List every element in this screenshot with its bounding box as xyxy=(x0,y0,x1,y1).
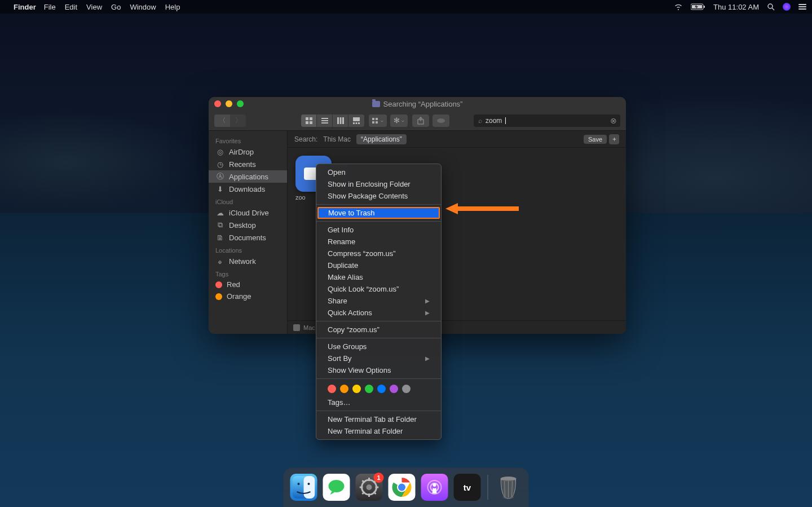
sidebar-tag-red[interactable]: Red xyxy=(209,279,287,290)
wifi-icon[interactable] xyxy=(674,3,683,10)
icon-view-button[interactable] xyxy=(301,114,317,127)
menu-edit[interactable]: Edit xyxy=(65,3,77,11)
ctx-terminal-tab[interactable]: New Terminal Tab at Folder xyxy=(316,413,441,425)
dock-system-preferences[interactable]: 1 xyxy=(356,474,383,501)
gallery-view-button[interactable] xyxy=(348,114,364,127)
ctx-show-enclosing[interactable]: Show in Enclosing Folder xyxy=(316,178,441,190)
sidebar-item-desktop[interactable]: ⧉Desktop xyxy=(209,219,287,231)
tag-yellow[interactable] xyxy=(352,385,361,393)
ctx-make-alias[interactable]: Make Alias xyxy=(316,271,441,283)
svg-rect-21 xyxy=(372,121,374,124)
dock: 1 tv xyxy=(284,468,529,507)
save-search-button[interactable]: Save xyxy=(584,135,607,144)
ctx-get-info[interactable]: Get Info xyxy=(316,224,441,236)
tag-gray[interactable] xyxy=(402,385,411,393)
submenu-arrow-icon: ▶ xyxy=(425,355,430,361)
list-view-button[interactable] xyxy=(317,114,333,127)
control-center-icon[interactable] xyxy=(798,4,806,10)
dock-chrome[interactable] xyxy=(389,474,416,501)
ctx-share[interactable]: Share▶ xyxy=(316,295,441,307)
ctx-sort-by[interactable]: Sort By▶ xyxy=(316,352,441,364)
tag-green[interactable] xyxy=(365,385,373,393)
ctx-copy[interactable]: Copy “zoom.us” xyxy=(316,324,441,336)
ctx-separator xyxy=(316,378,441,379)
path-segment[interactable]: Mac xyxy=(303,324,315,331)
menubar-clock[interactable]: Thu 11:02 AM xyxy=(713,3,759,11)
sidebar-tag-orange[interactable]: Orange xyxy=(209,290,287,302)
arrange-button[interactable]: ⌵ xyxy=(369,114,387,127)
dock-finder[interactable] xyxy=(290,474,317,501)
clear-search-icon[interactable]: ⊗ xyxy=(610,116,617,125)
nav-back-button[interactable]: 〈 xyxy=(214,114,230,127)
text-cursor xyxy=(505,117,506,124)
svg-rect-17 xyxy=(356,122,358,124)
add-criteria-button[interactable]: ＋ xyxy=(609,134,619,144)
ctx-separator xyxy=(316,411,441,411)
toolbar: 〈 〉 ⌵ ✻⌵ ⌕ zoom ⊗ xyxy=(209,111,626,131)
ctx-view-options[interactable]: Show View Options xyxy=(316,364,441,376)
window-title: Searching “Applications” xyxy=(209,100,626,108)
tags-button[interactable] xyxy=(433,114,449,127)
ctx-compress[interactable]: Compress “zoom.us” xyxy=(316,248,441,259)
submenu-arrow-icon: ▶ xyxy=(425,298,430,304)
siri-icon[interactable] xyxy=(783,3,791,11)
apps-icon: Ⓐ xyxy=(215,172,224,181)
titlebar[interactable]: Searching “Applications” xyxy=(209,97,626,111)
submenu-arrow-icon: ▶ xyxy=(425,310,430,316)
ctx-rename[interactable]: Rename xyxy=(316,236,441,248)
share-button[interactable] xyxy=(412,114,429,127)
ctx-use-groups[interactable]: Use Groups xyxy=(316,341,441,352)
dock-trash[interactable] xyxy=(495,474,522,501)
ctx-tags[interactable]: Tags… xyxy=(316,396,441,408)
scope-this-mac[interactable]: This Mac xyxy=(323,135,351,143)
sidebar-item-documents[interactable]: 🗎Documents xyxy=(209,231,287,244)
dock-podcasts[interactable] xyxy=(421,474,448,501)
tag-dot-orange xyxy=(215,293,222,300)
svg-rect-14 xyxy=(342,117,344,124)
sidebar-item-icloud-drive[interactable]: ☁iCloud Drive xyxy=(209,206,287,219)
folder-icon xyxy=(372,101,380,107)
sidebar-item-applications[interactable]: ⒶApplications xyxy=(209,170,287,183)
ctx-open[interactable]: Open xyxy=(316,166,441,178)
svg-point-30 xyxy=(308,483,310,485)
svg-rect-10 xyxy=(321,120,328,121)
menu-window[interactable]: Window xyxy=(130,3,156,11)
spotlight-icon[interactable] xyxy=(767,3,775,11)
svg-line-4 xyxy=(772,8,774,10)
sidebar-item-airdrop[interactable]: ◎AirDrop xyxy=(209,146,287,158)
nav-forward-button[interactable]: 〉 xyxy=(230,114,246,127)
menubar-app-name[interactable]: Finder xyxy=(14,3,36,11)
svg-rect-5 xyxy=(306,117,308,120)
scope-current[interactable]: “Applications” xyxy=(356,134,407,144)
menu-view[interactable]: View xyxy=(86,3,102,11)
dock-messages[interactable] xyxy=(323,474,350,501)
sidebar-item-network[interactable]: 🜨Network xyxy=(209,255,287,267)
ctx-quick-look[interactable]: Quick Look “zoom.us” xyxy=(316,283,441,295)
search-icon: ⌕ xyxy=(478,117,482,125)
tag-orange[interactable] xyxy=(340,385,348,393)
ctx-terminal[interactable]: New Terminal at Folder xyxy=(316,425,441,437)
ctx-quick-actions[interactable]: Quick Actions▶ xyxy=(316,307,441,319)
ctx-duplicate[interactable]: Duplicate xyxy=(316,259,441,271)
ctx-tag-colors xyxy=(316,381,441,396)
menu-go[interactable]: Go xyxy=(111,3,121,11)
menu-help[interactable]: Help xyxy=(165,3,180,11)
svg-rect-1 xyxy=(704,6,705,8)
search-field[interactable]: ⌕ zoom ⊗ xyxy=(474,114,620,127)
tag-red[interactable] xyxy=(328,385,336,393)
svg-point-29 xyxy=(298,483,300,485)
action-button[interactable]: ✻⌵ xyxy=(390,114,408,127)
sidebar-item-recents[interactable]: ◷Recents xyxy=(209,158,287,170)
sidebar-item-downloads[interactable]: ⬇Downloads xyxy=(209,183,287,195)
tag-blue[interactable] xyxy=(377,385,386,393)
menu-file[interactable]: File xyxy=(44,3,56,11)
dock-badge: 1 xyxy=(374,473,384,483)
dock-appletv[interactable]: tv xyxy=(454,474,481,501)
scope-label: Search: xyxy=(294,135,317,143)
svg-point-3 xyxy=(768,4,773,8)
tag-purple[interactable] xyxy=(390,385,398,393)
column-view-button[interactable] xyxy=(333,114,348,127)
ctx-move-to-trash[interactable]: Move to Trash xyxy=(317,207,440,219)
battery-icon[interactable] xyxy=(691,3,705,10)
ctx-show-package[interactable]: Show Package Contents xyxy=(316,190,441,202)
